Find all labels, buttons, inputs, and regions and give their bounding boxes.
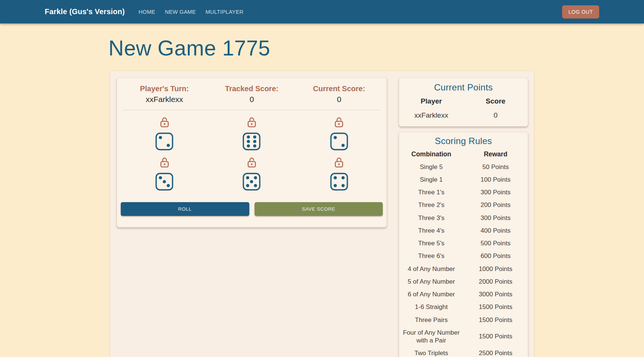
player-name-cell: xxFarklexx	[399, 109, 464, 120]
reward-cell: 1500 Points	[464, 301, 528, 313]
tracked-score-value: 0	[208, 95, 295, 104]
reward-cell: 50 Points	[464, 160, 528, 173]
die-1-value-2[interactable]	[155, 133, 173, 150]
die-2-value-6[interactable]	[243, 133, 261, 150]
nav-link-new-game[interactable]: NEW GAME	[161, 6, 200, 18]
combination-cell: Three Pairs	[399, 313, 464, 326]
reward-column-header: Reward	[464, 150, 528, 160]
unlock-icon[interactable]	[247, 117, 257, 133]
reward-cell: 2000 Points	[464, 275, 528, 288]
app-brand[interactable]: Farkle (Gus's Version)	[45, 7, 125, 16]
scoring-rule-row: 5 of Any Number2000 Points	[399, 275, 528, 288]
combination-cell: Three 1's	[399, 186, 464, 199]
combination-cell: Three 6's	[399, 250, 464, 262]
die-cell-2	[208, 110, 295, 150]
reward-cell: 400 Points	[464, 224, 528, 237]
right-column: Current Points Player Score xxFarklexx0 …	[399, 77, 528, 357]
nav-link-home[interactable]: HOME	[135, 6, 160, 18]
die-cell-6	[296, 150, 383, 191]
die-cell-5	[208, 150, 295, 191]
current-score-value: 0	[296, 95, 383, 104]
reward-cell: 300 Points	[464, 211, 528, 224]
reward-cell: 500 Points	[464, 237, 528, 250]
tracked-score-label: Tracked Score:	[208, 85, 295, 93]
combination-cell: 5 of Any Number	[399, 275, 464, 288]
player-column-header: Player	[399, 96, 464, 109]
die-cell-4	[121, 150, 208, 191]
combination-cell: Three 2's	[399, 199, 464, 211]
game-card: Player's Turn: xxFarklexx Tracked Score:…	[117, 77, 387, 227]
combination-cell: Single 1	[399, 173, 464, 186]
combination-cell: Two Triplets	[399, 347, 464, 357]
scoring-rules-header-row: Combination Reward	[399, 150, 528, 160]
dice-grid	[121, 110, 383, 191]
die-cell-3	[296, 110, 383, 150]
unlock-icon[interactable]	[334, 117, 344, 133]
scoring-rule-row: Three 4's400 Points	[399, 224, 528, 237]
scoring-rule-row: 1-6 Straight1500 Points	[399, 301, 528, 313]
players-turn-block: Player's Turn: xxFarklexx	[121, 85, 208, 104]
scoring-rule-row: 6 of Any Number3000 Points	[399, 288, 528, 301]
players-turn-label: Player's Turn:	[121, 85, 208, 93]
combination-cell: Three 5's	[399, 237, 464, 250]
nav-link-multiplayer[interactable]: MULTIPLAYER	[201, 6, 247, 18]
current-score-label: Current Score:	[296, 85, 383, 93]
reward-cell: 1500 Points	[464, 313, 528, 326]
player-score-cell: 0	[464, 109, 528, 120]
roll-button[interactable]: ROLL	[121, 202, 249, 216]
combination-cell: 6 of Any Number	[399, 288, 464, 301]
current-points-card: Current Points Player Score xxFarklexx0	[399, 77, 528, 127]
unlock-icon[interactable]	[160, 117, 170, 133]
players-turn-value: xxFarklexx	[121, 95, 208, 104]
die-cell-1	[121, 110, 208, 150]
score-column-header: Score	[464, 96, 528, 109]
die-4-value-3[interactable]	[155, 173, 173, 191]
reward-cell: 1500 Points	[464, 326, 528, 347]
scoring-rule-row: Single 1100 Points	[399, 173, 528, 186]
game-panel: Player's Turn: xxFarklexx Tracked Score:…	[110, 71, 534, 357]
scoring-rules-card: Scoring Rules Combination Reward Single …	[399, 132, 528, 357]
combination-cell: 1-6 Straight	[399, 301, 464, 313]
scoring-rule-row: Three 2's200 Points	[399, 199, 528, 211]
scoring-rule-row: 4 of Any Number1000 Points	[399, 262, 528, 275]
die-3-value-2[interactable]	[330, 133, 348, 150]
scoring-rule-row: Four of Any Number with a Pair1500 Point…	[399, 326, 528, 347]
game-buttons-row: ROLL SAVE SCORE	[121, 202, 383, 216]
game-header: Player's Turn: xxFarklexx Tracked Score:…	[121, 82, 383, 104]
scoring-rule-row: Three 3's300 Points	[399, 211, 528, 224]
scoring-rule-row: Three Pairs1500 Points	[399, 313, 528, 326]
page-title: New Game 1775	[108, 36, 534, 60]
reward-cell: 600 Points	[464, 250, 528, 262]
scoring-rule-row: Single 550 Points	[399, 160, 528, 173]
scoring-rule-row: Three 6's600 Points	[399, 250, 528, 262]
reward-cell: 1000 Points	[464, 262, 528, 275]
die-5-value-5[interactable]	[243, 173, 261, 191]
current-points-title: Current Points	[399, 82, 528, 93]
reward-cell: 200 Points	[464, 199, 528, 211]
combination-cell: Three 4's	[399, 224, 464, 237]
combination-cell: 4 of Any Number	[399, 262, 464, 275]
navbar: Farkle (Gus's Version) HOMENEW GAMEMULTI…	[0, 0, 644, 23]
logout-button[interactable]: LOG OUT	[562, 5, 599, 19]
combination-cell: Four of Any Number with a Pair	[399, 326, 464, 347]
save-score-button[interactable]: SAVE SCORE	[255, 202, 383, 216]
die-6-value-4[interactable]	[330, 173, 348, 191]
scoring-rule-row: Three 5's500 Points	[399, 237, 528, 250]
main-container: New Game 1775 Player's Turn: xxFarklexx …	[110, 36, 534, 357]
scoring-rule-row: Three 1's300 Points	[399, 186, 528, 199]
tracked-score-block: Tracked Score: 0	[208, 85, 295, 104]
scoring-rules-title: Scoring Rules	[399, 136, 528, 146]
reward-cell: 2500 Points	[464, 347, 528, 357]
reward-cell: 100 Points	[464, 173, 528, 186]
unlock-icon[interactable]	[334, 157, 344, 173]
combination-cell: Single 5	[399, 160, 464, 173]
nav-links: HOMENEW GAMEMULTIPLAYER	[135, 6, 248, 18]
reward-cell: 300 Points	[464, 186, 528, 199]
unlock-icon[interactable]	[160, 157, 170, 173]
combination-cell: Three 3's	[399, 211, 464, 224]
scoring-rule-row: Two Triplets2500 Points	[399, 347, 528, 357]
unlock-icon[interactable]	[247, 157, 257, 173]
scoring-rules-table: Combination Reward Single 550 PointsSing…	[399, 150, 528, 357]
current-score-block: Current Score: 0	[296, 85, 383, 104]
current-points-header-row: Player Score	[399, 96, 528, 109]
